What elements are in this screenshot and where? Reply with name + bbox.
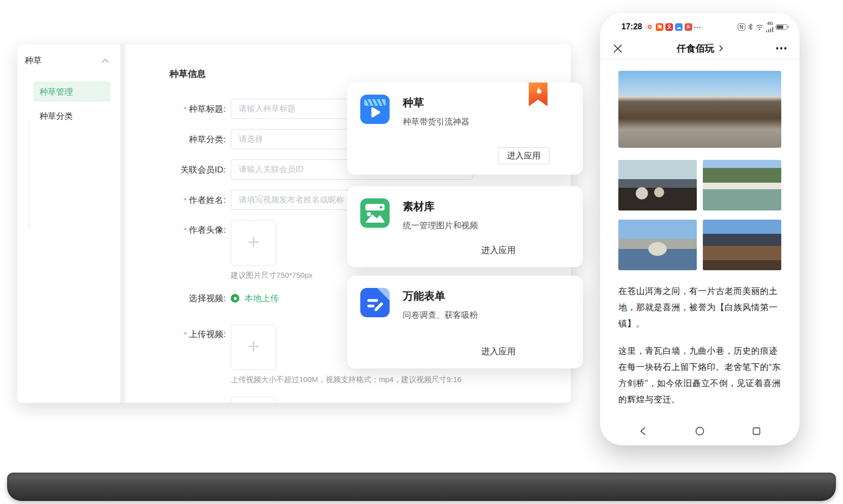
enter-app-link[interactable]: 进入应用: [481, 346, 516, 357]
more-menu-icon[interactable]: [776, 47, 787, 50]
recents-icon[interactable]: [751, 426, 762, 436]
sidebar-guide-line: [29, 120, 29, 228]
chevron-up-icon[interactable]: [101, 58, 109, 63]
app-card-seeding: 种草 种草带货引流神器 进入应用: [347, 82, 583, 175]
enter-app-button[interactable]: 进入应用: [498, 147, 550, 164]
radio-label: 本地上传: [244, 292, 279, 304]
card-title: 素材库: [403, 199, 570, 214]
video-upload-box[interactable]: [231, 324, 276, 370]
card-description: 种草带货引流神器: [403, 116, 570, 128]
article-photo-street-old-house[interactable]: [618, 71, 781, 148]
field-label-upload-video: 上传视频:: [125, 324, 231, 340]
battery-icon: [776, 24, 787, 30]
sidebar-item-seeding-category[interactable]: 种草分类: [33, 106, 110, 126]
enter-app-link[interactable]: 进入应用: [481, 244, 516, 256]
status-ellipsis: ···: [694, 23, 702, 31]
field-label-author-name: 作者姓名:: [125, 194, 231, 206]
mini-red-icon: 头: [685, 23, 692, 31]
sidebar-item-seeding-manage[interactable]: 种草管理: [33, 81, 110, 102]
decorative-base-bar: [7, 473, 836, 501]
video-size-hint: 上传视频大小不超过100M，视频支持格式：mp4，建议视频尺寸9:16: [231, 375, 461, 385]
bluetooth-icon: [748, 23, 753, 30]
status-time: 17:28: [621, 22, 642, 31]
back-icon[interactable]: [638, 426, 648, 436]
video-app-icon: [360, 95, 390, 124]
sidebar-group-title: 种草: [25, 55, 42, 66]
phone-status-bar: 17:28 淘 义 ☁ 头 ··· N 4G: [600, 20, 799, 33]
form-title: 种草信息: [170, 68, 206, 80]
field-label-clipped: [125, 397, 231, 401]
app-card-material-library: 素材库 统一管理图片和视频 进入应用: [347, 186, 583, 267]
field-label-member-id: 关联会员ID:: [125, 164, 231, 176]
taobao-icon: 淘: [656, 23, 663, 31]
close-icon[interactable]: [613, 44, 622, 53]
red-app-icon: 义: [665, 23, 673, 31]
radio-selected-icon: [231, 294, 239, 303]
article-photo-teacups-window[interactable]: [618, 160, 697, 211]
app-card-universal-form: 万能表单 问卷调查、获客吸粉 进入应用: [347, 276, 583, 368]
field-label-author-avatar: 作者头像:: [125, 220, 231, 236]
card-title: 万能表单: [403, 289, 570, 303]
phone-mockup: 17:28 淘 义 ☁ 头 ··· N 4G: [600, 13, 799, 445]
article-account-title[interactable]: 仟食佰玩: [600, 42, 799, 55]
phone-nav-bar: 仟食佰玩: [600, 37, 799, 60]
clipped-upload-box[interactable]: [231, 397, 276, 403]
article-photo-temple-gate[interactable]: [703, 220, 781, 270]
sidebar-divider: [120, 45, 125, 403]
article-photo-arch-bridge[interactable]: [618, 220, 697, 270]
avatar-size-hint: 建议图片尺寸750*750px: [231, 271, 313, 280]
article-photo-garden-pond[interactable]: [703, 160, 781, 211]
chevron-right-icon: [719, 45, 723, 52]
android-nav-bar: [600, 417, 799, 445]
sidebar: 种草 种草管理 种草分类: [17, 45, 120, 403]
field-label-title: 种草标题:: [125, 103, 231, 115]
network-4g-label: 4G: [767, 21, 773, 26]
nfc-icon: N: [738, 23, 745, 31]
field-label-category: 种草分类:: [125, 134, 231, 145]
card-description: 问卷调查、获客吸粉: [403, 310, 570, 321]
article-paragraph-2: 这里，青瓦白墙，九曲小巷，历史的痕迹在每一块砖石上留下烙印。老舍笔下的“东方剑桥…: [618, 343, 781, 408]
signal-bars-icon: [766, 26, 774, 32]
gallery-app-icon: [360, 198, 390, 228]
article-paragraph-1: 在苍山洱海之间，有一片古老而美丽的土地，那就是喜洲，被誉为【白族风情第一镇】。: [618, 283, 781, 332]
cloud-icon: ☁: [675, 23, 683, 31]
wifi-icon: [755, 24, 764, 30]
form-app-icon: [360, 288, 390, 317]
local-upload-radio[interactable]: 本地上传: [231, 292, 279, 304]
weibo-icon: [646, 23, 654, 31]
card-description: 统一管理图片和视频: [403, 220, 570, 231]
page-background: 种草 种草管理 种草分类 种草信息 种草标题: 种草分类:: [0, 0, 843, 504]
home-icon[interactable]: [695, 426, 705, 436]
article-body: 在苍山洱海之间，有一片古老而美丽的土地，那就是喜洲，被誉为【白族风情第一镇】。 …: [600, 64, 799, 417]
avatar-upload-box[interactable]: [231, 220, 276, 266]
field-label-video-source: 选择视频:: [125, 292, 231, 304]
